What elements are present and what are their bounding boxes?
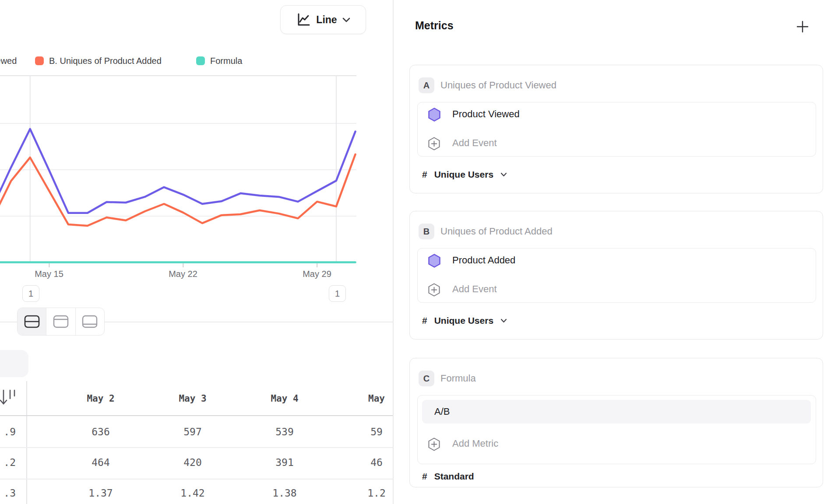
table-header-border — [0, 415, 393, 416]
x-axis-label: May 29 — [291, 269, 343, 279]
table-cell: 636 — [66, 426, 136, 438]
table-row-separator — [0, 479, 393, 480]
table-tab-chip[interactable] — [0, 350, 28, 377]
layout-footer-icon — [82, 315, 98, 328]
add-metric-hexagon-plus-icon — [428, 438, 440, 451]
metric-badge-b: B — [419, 224, 434, 239]
legend-item-c[interactable]: Formula — [196, 55, 242, 66]
table-cell: 391 — [250, 457, 320, 468]
add-event-button[interactable]: Add Event — [452, 137, 497, 149]
legend-swatch-c — [196, 56, 205, 65]
hash-icon: # — [422, 315, 427, 326]
panel-divider — [393, 0, 394, 504]
aggregation-label: Unique Users — [434, 169, 493, 180]
add-metric-button[interactable]: Add Metric — [452, 438, 498, 449]
metric-card-a: A Uniques of Product Viewed Product View… — [409, 65, 823, 193]
legend-item-b[interactable]: B. Uniques of Product Added — [35, 55, 162, 66]
add-event-hexagon-plus-icon — [428, 137, 440, 150]
table-row-label: .9 — [0, 426, 16, 438]
hash-icon: # — [422, 471, 427, 482]
table-cell: 597 — [158, 426, 228, 438]
annotation-badge[interactable]: 1 — [22, 285, 39, 302]
formula-value: A/B — [434, 406, 450, 417]
metric-card-b: B Uniques of Product Added Product Added… — [409, 211, 823, 340]
metric-badge-a: A — [419, 77, 434, 93]
table-cell: 1.42 — [158, 487, 228, 499]
plus-icon — [796, 20, 809, 33]
table-cell: 1.2 — [342, 487, 393, 499]
view-layout-toggle — [17, 308, 105, 336]
legend-swatch-b — [35, 56, 44, 65]
formula-input[interactable]: A/B — [422, 400, 811, 424]
hash-icon: # — [422, 169, 427, 180]
report-left-panel: Line A. Uniques of Product Viewed B. Uni… — [0, 0, 393, 504]
formula-box: A/B Add Metric — [417, 395, 816, 464]
add-event-hexagon-plus-icon — [428, 283, 440, 297]
chart-type-label: Line — [316, 14, 337, 26]
line-chart — [0, 0, 393, 269]
table-row-separator — [0, 447, 393, 448]
table-column-divider — [26, 381, 27, 504]
add-event-button[interactable]: Add Event — [452, 284, 497, 295]
table-column-header[interactable]: May 4 — [250, 393, 320, 404]
table-row-label: .3 — [0, 487, 16, 499]
add-metric-plus-button[interactable] — [795, 19, 810, 34]
chart-type-button[interactable]: Line — [280, 5, 366, 34]
legend-label-a: A. Uniques of Product Viewed — [0, 56, 17, 66]
x-axis-label: May 15 — [23, 269, 75, 279]
sort-descending-icon[interactable] — [0, 388, 18, 406]
layout-split-horizontal-icon — [24, 315, 40, 328]
event-hexagon-icon — [428, 108, 440, 122]
chevron-down-icon — [500, 318, 507, 323]
legend-label-c: Formula — [210, 56, 242, 66]
event-list-box: Product Added Add Event — [417, 248, 816, 303]
layout-header-button[interactable] — [46, 308, 75, 335]
metrics-panel-title: Metrics — [415, 19, 454, 32]
metric-badge-c: C — [419, 371, 434, 386]
chevron-down-icon — [342, 18, 350, 22]
metric-card-title: Uniques of Product Viewed — [440, 80, 556, 91]
layout-split-horizontal-button[interactable] — [18, 308, 46, 335]
table-cell: 1.37 — [66, 487, 136, 499]
event-list-box: Product Viewed Add Event — [417, 102, 816, 157]
layout-header-icon — [53, 315, 69, 328]
table-column-header[interactable]: May — [342, 393, 393, 404]
table-cell: 464 — [66, 457, 136, 468]
aggregation-selector[interactable]: # Unique Users — [422, 315, 507, 326]
aggregation-selector[interactable]: # Standard — [422, 471, 474, 482]
table-cell: 59 — [342, 426, 393, 438]
table-cell: 46 — [342, 457, 393, 468]
table-row-label: .2 — [0, 457, 16, 468]
event-hexagon-icon — [428, 254, 440, 268]
metric-card-title: Formula — [440, 373, 476, 384]
metric-card-title: Uniques of Product Added — [440, 226, 553, 237]
x-axis-label: May 22 — [157, 269, 209, 279]
table-cell: 1.38 — [250, 487, 320, 499]
legend-label-b: B. Uniques of Product Added — [49, 56, 162, 66]
table-cell: 539 — [250, 426, 320, 438]
line-chart-icon — [296, 12, 311, 27]
chevron-down-icon — [500, 172, 507, 177]
event-name[interactable]: Product Viewed — [452, 108, 520, 120]
aggregation-label: Unique Users — [434, 315, 493, 326]
annotation-badge[interactable]: 1 — [329, 285, 346, 302]
table-cell: 420 — [158, 457, 228, 468]
event-name[interactable]: Product Added — [452, 255, 515, 266]
table-column-header[interactable]: May 2 — [66, 393, 136, 404]
table-column-header[interactable]: May 3 — [158, 393, 228, 404]
layout-footer-button[interactable] — [75, 308, 104, 335]
aggregation-label: Standard — [434, 471, 474, 482]
aggregation-selector[interactable]: # Unique Users — [422, 169, 507, 180]
metric-card-c: C Formula A/B Add Metric # Standard — [409, 358, 823, 487]
legend-item-a[interactable]: A. Uniques of Product Viewed — [0, 55, 17, 66]
